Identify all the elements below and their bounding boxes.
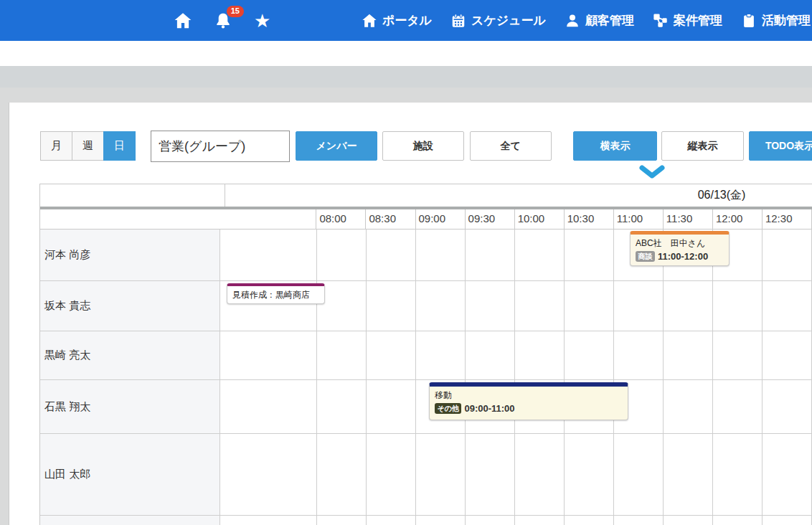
schedule-cell[interactable] [220,331,317,379]
page-left-margin [0,103,9,525]
event-title: 移動 [435,389,623,402]
event-time: 11:00-12:00 [658,251,708,262]
schedule-cell[interactable] [416,331,466,379]
schedule-cell[interactable] [565,281,614,331]
schedule-cell[interactable] [317,434,367,515]
time-tick: 10:30 [565,209,614,229]
schedule-cell[interactable] [466,230,515,280]
schedule-cell[interactable] [713,380,763,433]
event-abc-meeting[interactable]: ABC社 田中さん 商談 11:00-12:00 [630,231,730,266]
schedule-cell[interactable] [515,230,565,280]
schedule-cell[interactable] [317,380,367,433]
deal-sitemap-icon [653,13,669,29]
event-title: 見積作成：黒崎商店 [232,289,310,301]
view-day-button[interactable]: 日 [103,131,136,161]
nav-item-activities[interactable]: 活動管理 [741,12,811,29]
schedule-cell[interactable] [317,516,367,525]
schedule-cell[interactable] [367,281,416,331]
schedule-cell[interactable] [565,331,614,379]
schedule-cell[interactable] [220,380,317,433]
background-band-upper [0,66,812,88]
view-week-button[interactable]: 週 [72,131,104,161]
schedule-cell[interactable] [664,434,713,515]
filter-facility-button[interactable]: 施設 [382,131,464,161]
schedule-cell[interactable] [614,281,664,331]
schedule-cell[interactable] [763,281,812,331]
home-icon[interactable] [174,11,192,30]
schedule-cell[interactable] [614,434,664,515]
filter-all-button[interactable]: 全て [470,131,552,161]
nav-main-menu: ポータル スケジュール 顧客管理 [362,0,812,41]
schedule-cell[interactable] [317,331,367,379]
member-name: 坂本 貴志 [40,281,220,331]
schedule-cell[interactable] [763,434,812,515]
schedule-cell[interactable] [416,281,466,331]
schedule-cell[interactable] [664,331,713,379]
display-vertical-button[interactable]: 縦表示 [661,131,744,161]
schedule-cell[interactable] [466,281,515,331]
member-name: 石黒 翔太 [40,380,220,433]
schedule-cell[interactable] [515,281,565,331]
member-row: 坂本 貴志 [40,281,812,331]
time-tick: 09:30 [466,209,515,229]
time-header-spacer [40,209,316,229]
schedule-cell[interactable] [515,434,565,515]
date-header-name-spacer [40,184,225,207]
nav-item-deals[interactable]: 案件管理 [653,12,722,29]
menu-hamburger-icon[interactable] [132,13,152,28]
schedule-cell[interactable] [763,380,812,433]
schedule-cell[interactable] [763,230,812,280]
event-quote-task[interactable]: 見積作成：黒崎商店 [227,283,325,304]
schedule-cell[interactable] [367,331,416,379]
nav-item-label: ポータル [382,12,432,29]
nav-item-customers[interactable]: 顧客管理 [565,12,634,29]
schedule-cell[interactable] [614,516,664,525]
schedule-cell[interactable] [763,516,812,525]
filter-member-button[interactable]: メンバー [296,131,377,161]
schedule-cell[interactable] [565,434,614,515]
notifications-bell-icon[interactable]: 15 [214,11,232,30]
schedule-cell[interactable] [317,230,367,280]
nav-item-schedule[interactable]: スケジュール [450,12,546,29]
schedule-cell[interactable] [466,434,515,515]
schedule-cell[interactable] [416,516,466,525]
todo-display-toggle-button[interactable]: TODO表示切替 [749,131,812,161]
schedule-cell[interactable] [367,434,416,515]
schedule-cell[interactable] [713,331,763,379]
group-select-input[interactable] [151,131,290,162]
schedule-cell[interactable] [466,331,515,379]
schedule-cell[interactable] [416,434,466,515]
view-month-button[interactable]: 月 [40,131,72,161]
schedule-cell[interactable] [220,516,317,525]
event-travel[interactable]: 移動 その他 09:00-11:00 [429,382,628,420]
nav-item-portal[interactable]: ポータル [362,12,432,29]
member-name: 河本 尚彦 [40,230,220,280]
chevron-down-icon[interactable] [639,165,665,184]
schedule-cell[interactable] [713,281,763,331]
schedule-cell[interactable] [713,516,763,525]
schedule-cell[interactable] [367,516,416,525]
schedule-cell[interactable] [565,516,614,525]
schedule-cell[interactable] [763,331,812,379]
schedule-cell[interactable] [367,380,416,433]
display-horizontal-button[interactable]: 横表示 [573,131,657,161]
schedule-cell[interactable] [565,230,614,280]
schedule-cell[interactable] [664,281,713,331]
schedule-cell[interactable] [515,516,565,525]
schedule-cell[interactable] [664,380,713,433]
member-name: 黒崎 亮太 [40,331,220,379]
top-navigation-bar: 15 ★ ポータル スケジュール 顧客管理 [0,0,812,41]
schedule-cell[interactable] [713,434,763,515]
schedule-cell[interactable] [466,516,515,525]
schedule-cell[interactable] [220,434,317,515]
time-tick: 08:30 [366,209,415,229]
schedule-cell[interactable] [614,331,664,379]
schedule-cell[interactable] [515,331,565,379]
schedule-cell[interactable] [367,230,416,280]
schedule-cell[interactable] [220,230,317,280]
favorites-star-icon[interactable]: ★ [254,11,270,30]
schedule-cell[interactable] [416,230,466,280]
schedule-cell[interactable] [664,516,713,525]
time-tick: 11:00 [614,209,664,229]
calendar-view-switcher: 月 週 日 [40,131,136,161]
